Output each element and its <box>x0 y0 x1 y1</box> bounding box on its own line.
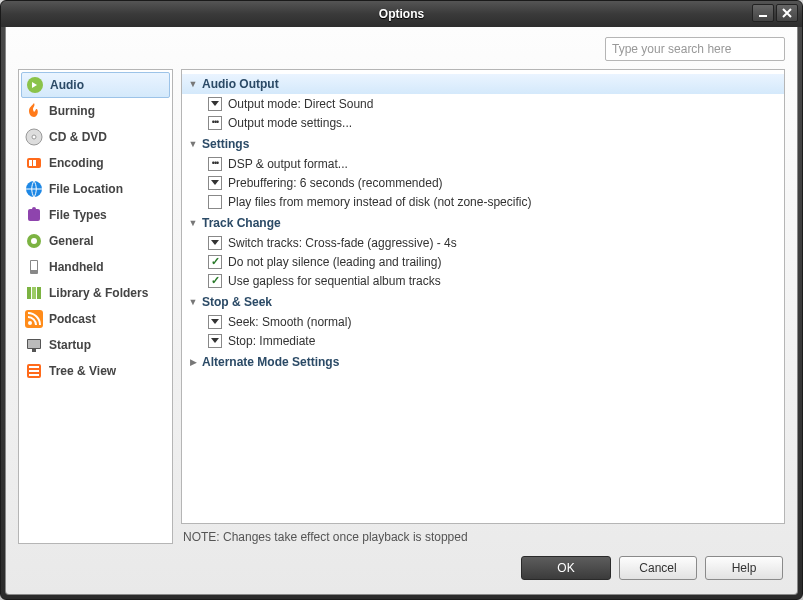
svg-rect-6 <box>33 160 36 166</box>
encoding-icon <box>25 154 43 172</box>
category-sidebar: Audio Burning CD & DVD Encoding File Loc… <box>18 69 173 544</box>
option-no-silence[interactable]: Do not play silence (leading and trailin… <box>182 252 784 271</box>
svg-point-11 <box>31 238 37 244</box>
more-icon: ••• <box>208 116 222 130</box>
option-play-from-memory[interactable]: Play files from memory instead of disk (… <box>182 192 784 211</box>
svg-point-18 <box>28 321 32 325</box>
svg-rect-23 <box>29 366 39 368</box>
sidebar-item-startup[interactable]: Startup <box>21 332 170 358</box>
minimize-button[interactable] <box>752 4 774 22</box>
svg-rect-15 <box>32 287 36 299</box>
checkbox-checked-icon <box>208 274 222 288</box>
svg-point-3 <box>32 135 36 139</box>
svg-rect-16 <box>37 287 41 299</box>
sidebar-item-file-types[interactable]: File Types <box>21 202 170 228</box>
window-title: Options <box>379 7 424 21</box>
group-settings[interactable]: ▼ Settings <box>182 134 784 154</box>
sidebar-item-podcast[interactable]: Podcast <box>21 306 170 332</box>
more-icon: ••• <box>208 157 222 171</box>
search-input[interactable] <box>605 37 785 61</box>
sidebar-item-cd-dvd[interactable]: CD & DVD <box>21 124 170 150</box>
collapse-icon: ▼ <box>188 218 198 228</box>
disc-icon <box>25 128 43 146</box>
sidebar-item-tree-view[interactable]: Tree & View <box>21 358 170 384</box>
svg-rect-25 <box>29 374 39 376</box>
group-stop-seek[interactable]: ▼ Stop & Seek <box>182 292 784 312</box>
options-tree: ▼ Audio Output Output mode: Direct Sound… <box>181 69 785 524</box>
option-seek[interactable]: Seek: Smooth (normal) <box>182 312 784 331</box>
sidebar-item-burning[interactable]: Burning <box>21 98 170 124</box>
expand-icon: ▶ <box>188 357 198 367</box>
dropdown-icon <box>208 236 222 250</box>
svg-rect-24 <box>29 370 39 372</box>
option-switch-tracks[interactable]: Switch tracks: Cross-fade (aggressive) -… <box>182 233 784 252</box>
close-button[interactable] <box>776 4 798 22</box>
checkbox-icon <box>208 195 222 209</box>
titlebar[interactable]: Options <box>1 1 802 27</box>
option-gapless[interactable]: Use gapless for sequential album tracks <box>182 271 784 290</box>
collapse-icon: ▼ <box>188 297 198 307</box>
sidebar-item-file-location[interactable]: File Location <box>21 176 170 202</box>
svg-rect-20 <box>28 340 40 348</box>
svg-rect-0 <box>759 15 767 17</box>
dropdown-icon <box>208 334 222 348</box>
group-alternate-mode[interactable]: ▶ Alternate Mode Settings <box>182 352 784 372</box>
option-dsp[interactable]: ••• DSP & output format... <box>182 154 784 173</box>
sidebar-item-library-folders[interactable]: Library & Folders <box>21 280 170 306</box>
client-area: Audio Burning CD & DVD Encoding File Loc… <box>5 27 798 595</box>
sidebar-item-encoding[interactable]: Encoding <box>21 150 170 176</box>
sidebar-item-general[interactable]: General <box>21 228 170 254</box>
option-stop[interactable]: Stop: Immediate <box>182 331 784 350</box>
group-track-change[interactable]: ▼ Track Change <box>182 213 784 233</box>
help-button[interactable]: Help <box>705 556 783 580</box>
collapse-icon: ▼ <box>188 79 198 89</box>
audio-icon <box>26 76 44 94</box>
options-window: Options Audio Burning CD & DVD <box>0 0 803 600</box>
svg-rect-5 <box>29 160 32 166</box>
note-text: NOTE: Changes take effect once playback … <box>181 524 785 544</box>
burning-icon <box>25 102 43 120</box>
option-prebuffering[interactable]: Prebuffering: 6 seconds (recommended) <box>182 173 784 192</box>
dropdown-icon <box>208 315 222 329</box>
window-buttons <box>752 4 798 22</box>
dropdown-icon <box>208 97 222 111</box>
option-output-mode[interactable]: Output mode: Direct Sound <box>182 94 784 113</box>
checkbox-checked-icon <box>208 255 222 269</box>
cancel-button[interactable]: Cancel <box>619 556 697 580</box>
rss-icon <box>25 310 43 328</box>
tree-icon <box>25 362 43 380</box>
monitor-icon <box>25 336 43 354</box>
ok-button[interactable]: OK <box>521 556 611 580</box>
svg-rect-21 <box>32 349 36 352</box>
dropdown-icon <box>208 176 222 190</box>
svg-point-9 <box>32 207 36 211</box>
sidebar-item-handheld[interactable]: Handheld <box>21 254 170 280</box>
group-audio-output[interactable]: ▼ Audio Output <box>182 74 784 94</box>
globe-icon <box>25 180 43 198</box>
puzzle-icon <box>25 206 43 224</box>
sidebar-item-audio[interactable]: Audio <box>21 72 170 98</box>
gear-icon <box>25 232 43 250</box>
svg-rect-13 <box>31 261 37 270</box>
collapse-icon: ▼ <box>188 139 198 149</box>
svg-rect-14 <box>27 287 31 299</box>
handheld-icon <box>25 258 43 276</box>
option-output-mode-settings[interactable]: ••• Output mode settings... <box>182 113 784 132</box>
library-icon <box>25 284 43 302</box>
dialog-buttons: OK Cancel Help <box>18 544 785 584</box>
